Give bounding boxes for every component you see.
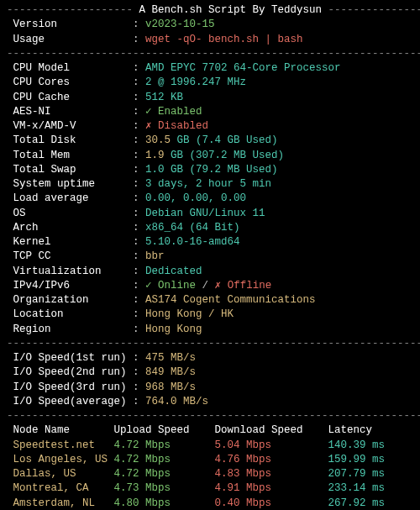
sys-value: 2 @ 1996.247 MHz	[145, 76, 246, 88]
terminal-line: AES-NI : ✓ Enabled	[7, 105, 413, 119]
divider: --------------------	[7, 4, 139, 16]
sys-label: VM-x/AMD-V	[7, 120, 133, 132]
colon: :	[133, 150, 145, 161]
terminal-line: Location : Hong Kong / HK	[7, 308, 413, 322]
colon: :	[133, 266, 145, 277]
sys-value-part: 1.9	[145, 150, 171, 161]
colon: :	[133, 396, 145, 407]
io-label: I/O Speed(average)	[7, 396, 133, 407]
sys-label: Organization	[7, 294, 133, 306]
terminal-line: Kernel : 5.10.0-16-amd64	[7, 235, 413, 250]
sys-label: Kernel	[7, 236, 133, 248]
colon: :	[133, 134, 145, 146]
kv-value: wget -qO- bench.sh | bash	[145, 34, 303, 45]
colon: :	[133, 222, 145, 234]
download-speed: 4.76 Mbps	[215, 453, 328, 467]
kv-label: Version	[7, 18, 133, 30]
colon: :	[133, 352, 145, 364]
terminal-line: Version : v2023-10-15	[7, 18, 413, 32]
io-value: 764.0 MB/s	[145, 396, 208, 407]
sys-label: CPU Cores	[7, 76, 133, 88]
speedtest-header: Node Name Upload Speed Download Speed La…	[7, 423, 413, 438]
divider-line: ----------------------------------------…	[7, 337, 413, 351]
colon: :	[133, 92, 145, 103]
sys-label: IPv4/IPv6	[7, 280, 133, 292]
sys-value: Debian GNU/Linux 11	[145, 208, 265, 219]
terminal-line: Total Mem : 1.9 GB (307.2 MB Used)	[7, 149, 413, 163]
upload-speed: 4.72 Mbps	[114, 439, 215, 453]
colon: :	[133, 323, 145, 335]
speedtest-row: Dallas, US 4.72 Mbps 4.83 Mbps 207.79 ms	[7, 467, 413, 481]
colon: :	[133, 106, 145, 118]
divider: ------------------	[322, 4, 420, 16]
speedtest-row: Los Angeles, US 4.72 Mbps 4.76 Mbps 159.…	[7, 453, 413, 467]
colon: :	[133, 294, 145, 306]
terminal-line: System uptime : 3 days, 2 hour 5 min	[7, 177, 413, 192]
io-label: I/O Speed(1st run)	[7, 352, 133, 364]
sys-value-part: (307.2 MB Used)	[190, 150, 285, 161]
terminal-line: Total Disk : 30.5 GB (7.4 GB Used)	[7, 134, 413, 148]
sys-value: Hong Kong / HK	[145, 308, 234, 320]
terminal-line: I/O Speed(2nd run) : 849 MB/s	[7, 365, 413, 380]
divider-line: ----------------------------------------…	[7, 47, 413, 61]
colon: :	[133, 381, 145, 393]
sys-label: OS	[7, 208, 133, 219]
download-speed: 4.83 Mbps	[215, 467, 328, 481]
terminal-line: OS : Debian GNU/Linux 11	[7, 207, 413, 221]
sys-label: TCP CC	[7, 250, 133, 262]
sys-value: 5.10.0-16-amd64	[145, 236, 240, 248]
sys-value: 0.00, 0.00, 0.00	[145, 192, 246, 204]
terminal-line: TCP CC : bbr	[7, 250, 413, 264]
sys-label: Total Swap	[7, 164, 133, 176]
sys-value-part: ✗ Disabled	[145, 120, 208, 132]
node-name: Los Angeles, US	[7, 453, 114, 467]
terminal-line: Arch : x86_64 (64 Bit)	[7, 221, 413, 235]
terminal-line: Region : Hong Kong	[7, 323, 413, 337]
kv-value: v2023-10-15	[145, 18, 215, 30]
sys-label: Arch	[7, 222, 133, 234]
sys-value: Dedicated	[145, 266, 202, 277]
colon: :	[133, 366, 145, 378]
upload-speed: 4.73 Mbps	[114, 481, 215, 496]
upload-speed: 4.72 Mbps	[114, 453, 215, 467]
io-label: I/O Speed(3rd run)	[7, 381, 133, 393]
sys-value: AMD EPYC 7702 64-Core Processor	[145, 62, 341, 74]
col-upload: Upload Speed	[114, 423, 215, 438]
node-name: Dallas, US	[7, 467, 114, 481]
sys-value: bbr	[145, 250, 165, 262]
sys-value: AS174 Cogent Communications	[145, 294, 316, 306]
latency: 159.99 ms	[328, 453, 386, 467]
sys-value: 3 days, 2 hour 5 min	[145, 178, 271, 190]
sys-value: Hong Kong	[145, 323, 202, 335]
terminal-line: CPU Cores : 2 @ 1996.247 MHz	[7, 76, 413, 90]
colon: :	[133, 34, 145, 45]
colon: :	[133, 18, 145, 30]
sys-value-part: ✓ Online	[145, 280, 196, 292]
node-name: Amsterdam, NL	[7, 497, 114, 511]
sys-value-part: GB	[177, 134, 197, 146]
colon: :	[133, 178, 145, 190]
download-speed: 4.91 Mbps	[215, 481, 328, 496]
sys-label: Load average	[7, 192, 133, 204]
sys-value-part: ✓ Enabled	[145, 106, 202, 118]
sys-label: Total Disk	[7, 134, 133, 146]
colon: :	[133, 192, 145, 204]
col-latency: Latency	[328, 423, 373, 438]
terminal-line: CPU Cache : 512 KB	[7, 91, 413, 105]
divider-line: ----------------------------------------…	[7, 409, 413, 423]
colon: :	[133, 308, 145, 320]
sys-label: AES-NI	[7, 106, 133, 118]
sys-label: CPU Cache	[7, 92, 133, 103]
download-speed: 5.04 Mbps	[215, 439, 328, 453]
sys-value-part: 1.0 GB (79.2 MB Used)	[145, 164, 278, 176]
colon: :	[133, 164, 145, 176]
colon: :	[133, 120, 145, 132]
sys-label: Virtualization	[7, 266, 133, 277]
sys-value-part: (7.4 GB Used)	[196, 134, 278, 146]
colon: :	[133, 76, 145, 88]
download-speed: 0.40 Mbps	[215, 497, 328, 511]
terminal-line: -------------------- A Bench.sh Script B…	[7, 3, 413, 18]
node-name: Speedtest.net	[7, 439, 114, 453]
sys-label: System uptime	[7, 178, 133, 190]
terminal-line: Usage : wget -qO- bench.sh | bash	[7, 33, 413, 47]
